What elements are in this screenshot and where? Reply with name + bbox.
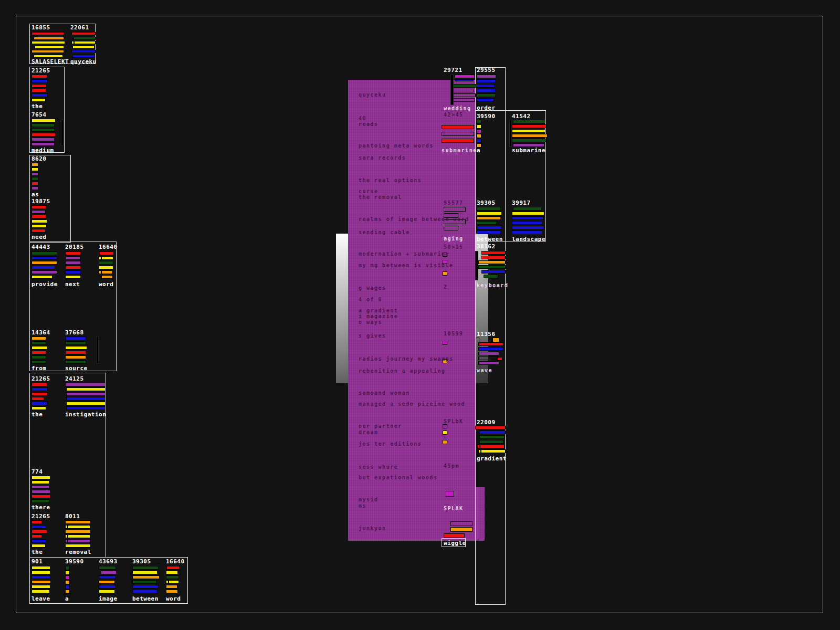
bar	[65, 585, 70, 589]
chart-label: SALASELEKT	[32, 59, 69, 65]
glitch-text: reads	[359, 121, 379, 127]
bar	[477, 226, 502, 229]
chart-label: between	[477, 236, 503, 242]
bar	[477, 230, 501, 234]
bar	[32, 534, 42, 538]
bar	[99, 590, 115, 593]
chart-label: order	[477, 105, 496, 111]
bar	[478, 352, 499, 355]
glitch-text: jos ter editions	[359, 441, 422, 447]
glitch-text: realms of image between word	[359, 216, 469, 222]
bar	[512, 212, 544, 215]
bar	[512, 124, 547, 128]
bar	[166, 566, 180, 570]
chart-number: 774	[32, 469, 43, 475]
bar	[166, 590, 178, 593]
mini-square	[443, 440, 447, 444]
bar	[132, 566, 159, 570]
chart-label: removal	[65, 549, 91, 555]
chart-number: 16855	[32, 25, 50, 30]
chart-number: 16640	[99, 244, 118, 250]
bar	[32, 75, 47, 78]
chart-label: between	[132, 596, 159, 602]
glitch-text: dream	[359, 429, 379, 435]
bar	[65, 575, 70, 580]
bar	[479, 440, 503, 444]
bar	[32, 142, 55, 146]
glitch-text: rebenition a appealing	[359, 368, 445, 374]
bar	[65, 346, 87, 350]
bar	[32, 544, 46, 548]
bar	[32, 387, 48, 391]
glitch-text: 4 of 8	[359, 297, 382, 302]
bar	[66, 256, 80, 260]
glitch-text: the real options	[359, 177, 422, 183]
bar	[477, 212, 502, 215]
glitch-text: 50>15	[444, 244, 464, 250]
bar	[478, 260, 506, 264]
glitch-text: i magazine	[359, 313, 398, 319]
bar	[32, 50, 64, 53]
chart-label: next	[65, 281, 80, 287]
bar	[513, 207, 542, 211]
bar	[99, 261, 113, 265]
chart-label: image	[99, 596, 118, 602]
bar	[65, 530, 91, 533]
bar	[479, 430, 506, 434]
bar	[32, 251, 57, 255]
chart-label: the	[32, 549, 43, 555]
vertical-bar	[450, 75, 454, 105]
bar	[65, 580, 70, 584]
bar	[32, 337, 46, 340]
bar	[65, 266, 81, 269]
bar	[32, 402, 48, 405]
bar	[477, 79, 496, 83]
glitch-text: g wages	[359, 285, 386, 291]
glitch-text: modernation + submarine	[359, 251, 449, 257]
glitch-text: sess whure	[359, 464, 398, 470]
chart-number: 21265	[32, 513, 50, 519]
bar	[477, 84, 495, 88]
chart-number: 39917	[512, 200, 531, 206]
bar	[32, 525, 46, 529]
mini-square	[497, 357, 502, 361]
bar	[66, 392, 106, 396]
bar	[32, 495, 50, 498]
chart-number: 24125	[65, 376, 84, 382]
bar	[512, 230, 542, 234]
glitch-text: SPLbK	[444, 418, 464, 424]
bar	[32, 580, 51, 584]
bar	[99, 266, 113, 269]
bar	[65, 341, 86, 345]
glitch-text: pantoing meta words	[359, 143, 434, 149]
chart-label: aging	[444, 236, 464, 242]
chart-number: 8620	[32, 156, 47, 162]
bar	[477, 134, 481, 138]
chart-label: there	[32, 505, 50, 510]
bar	[65, 360, 86, 364]
chart-label: wave	[477, 368, 492, 373]
bar	[32, 41, 65, 44]
bar	[512, 221, 542, 225]
bar	[166, 575, 179, 579]
bar	[32, 275, 52, 279]
bar	[477, 75, 496, 78]
bar	[481, 251, 506, 255]
bar	[492, 338, 499, 342]
bar	[32, 210, 46, 214]
chart-number: 39305	[477, 200, 496, 206]
misc-bar	[450, 521, 472, 526]
bar	[477, 98, 494, 102]
glitch-text: s gives	[359, 333, 386, 339]
bar	[453, 89, 474, 92]
bar	[32, 346, 47, 350]
chart-number: 39590	[65, 559, 84, 564]
bar	[32, 32, 64, 35]
chart-label: a	[477, 148, 480, 153]
chart-number: 43693	[99, 559, 118, 564]
chart-label: need	[32, 234, 47, 240]
chart-label: the	[32, 412, 43, 417]
mini-square	[443, 424, 447, 428]
bar	[455, 75, 475, 78]
chart-label: leave	[32, 596, 50, 602]
